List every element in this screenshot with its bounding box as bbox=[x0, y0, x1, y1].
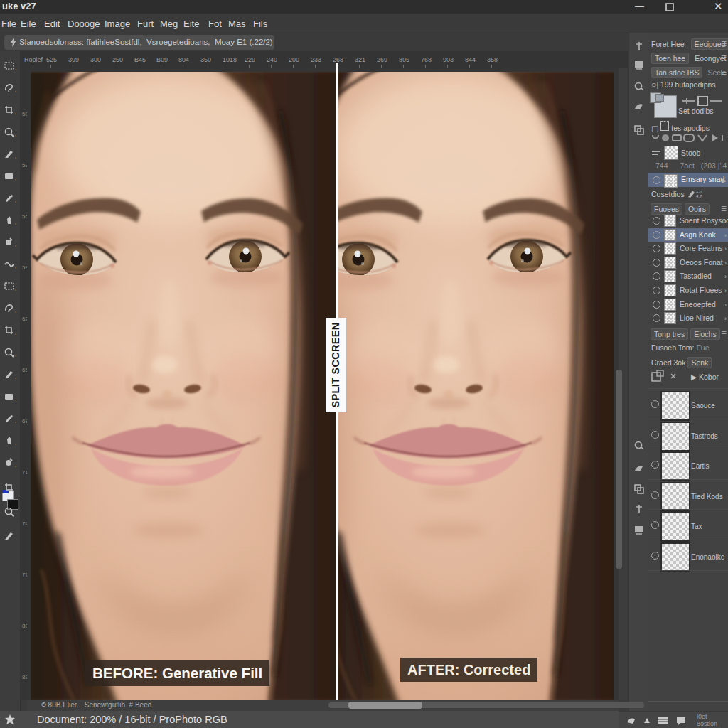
svg-text:4.7°: 4.7° bbox=[696, 194, 702, 198]
